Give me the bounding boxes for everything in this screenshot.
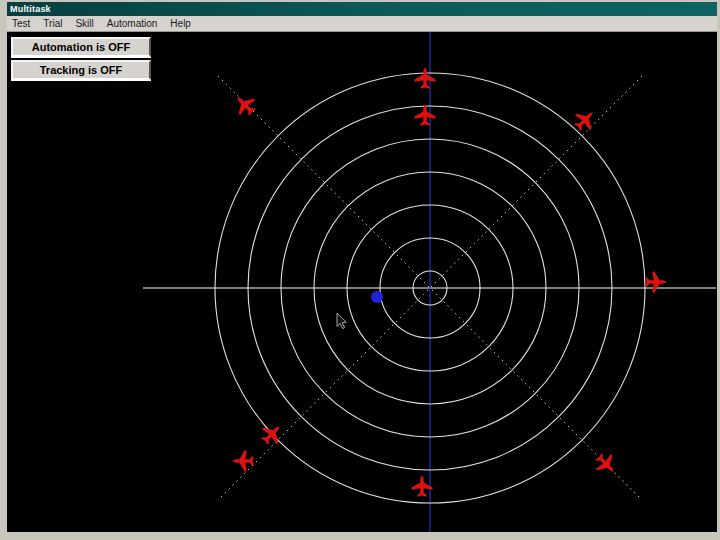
app-window: Multitask TestTrialSkillAutomationHelp A… xyxy=(0,0,720,540)
menu-bar: TestTrialSkillAutomationHelp xyxy=(7,16,717,32)
window-title: Multitask xyxy=(10,4,51,14)
plane-icon xyxy=(232,451,254,472)
plane-icon xyxy=(645,272,667,293)
title-bar[interactable]: Multitask xyxy=(7,2,717,16)
radar-display[interactable] xyxy=(7,32,717,532)
radar-client-area: Automation is OFF Tracking is OFF xyxy=(7,32,717,532)
menu-item-help[interactable]: Help xyxy=(170,18,191,29)
menu-item-trial[interactable]: Trial xyxy=(43,18,62,29)
status-button-group: Automation is OFF Tracking is OFF xyxy=(11,37,151,80)
menu-item-skill[interactable]: Skill xyxy=(75,18,93,29)
mouse-cursor-icon xyxy=(337,313,346,329)
plane-icon xyxy=(415,104,436,126)
tracking-target-dot[interactable] xyxy=(371,291,383,303)
plane-icon xyxy=(230,90,260,120)
plane-icon xyxy=(570,105,600,135)
menu-item-test[interactable]: Test xyxy=(12,18,30,29)
tracking-status-button[interactable]: Tracking is OFF xyxy=(11,60,151,80)
plane-icon xyxy=(412,475,433,497)
automation-status-button[interactable]: Automation is OFF xyxy=(11,37,151,57)
menu-item-automation[interactable]: Automation xyxy=(107,18,158,29)
plane-icon xyxy=(415,67,436,89)
